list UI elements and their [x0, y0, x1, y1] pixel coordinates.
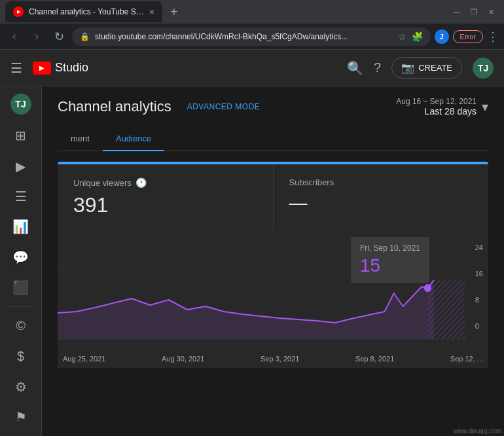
back-button[interactable]: ‹ [5, 27, 24, 46]
x-label-3: Sep 8, 2021 [355, 355, 394, 363]
date-range-main: Last 28 days [396, 106, 477, 117]
tab-title: Channel analytics - YouTube Stu... [29, 7, 144, 16]
youtube-studio: ☰ Studio 🔍 ? 📷 CREATE TJ TJ ⊞ ▶ [0, 50, 504, 436]
subscribers-value: — [289, 192, 473, 213]
sidebar-item-content[interactable]: ▶ [3, 153, 39, 180]
analytics-area: Channel analytics ADVANCED MODE Aug 16 –… [42, 86, 504, 436]
hamburger-icon[interactable]: ☰ [10, 60, 22, 76]
unique-viewers-value: 391 [73, 193, 257, 217]
sidebar-item-comments[interactable]: 💬 [3, 243, 39, 270]
sidebar-avatar: TJ [10, 94, 31, 115]
tooltip-value: 15 [360, 255, 420, 276]
sidebar-item-analytics[interactable]: 📊 [3, 213, 39, 240]
tab-close-button[interactable]: × [149, 7, 154, 17]
lock-icon: 🔒 [80, 32, 90, 41]
x-label-1: Aug 30, 2021 [162, 355, 204, 363]
settings-icon: ⚙ [15, 379, 27, 395]
refresh-button[interactable]: ↻ [50, 27, 68, 46]
playlists-icon: ☰ [15, 189, 27, 204]
tab-audience-label: Audience [116, 134, 151, 143]
url-bar[interactable]: 🔒 studio.youtube.com/channel/UCdkWmRcI-B… [72, 27, 431, 46]
profile-avatar[interactable]: J [435, 29, 449, 44]
studio-header: ☰ Studio 🔍 ? 📷 CREATE TJ [0, 50, 504, 86]
active-tab[interactable]: Channel analytics - YouTube Stu... × [5, 1, 162, 22]
tab-audience[interactable]: Audience [103, 127, 164, 151]
earn-icon: $ [17, 349, 24, 364]
sidebar-item-settings[interactable]: ⚙ [3, 372, 39, 400]
copyright-icon: © [16, 318, 26, 333]
forward-button[interactable]: › [27, 27, 46, 46]
extensions-icon[interactable]: 🧩 [412, 31, 423, 42]
analytics-header: Channel analytics ADVANCED MODE Aug 16 –… [58, 97, 488, 117]
analytics-tabs: ment Audience [58, 127, 488, 151]
sidebar-divider [8, 306, 34, 307]
subscribers-text: Subscribers [289, 177, 334, 187]
sidebar: TJ ⊞ ▶ ☰ 📊 💬 ⬛ © [0, 86, 42, 436]
sidebar-item-earn[interactable]: $ [3, 342, 39, 370]
tooltip-date: Fri, Sep 10, 2021 [360, 244, 420, 253]
unique-viewers-text: Unique viewers [73, 178, 132, 188]
content-icon: ▶ [16, 158, 26, 174]
date-text: Aug 16 – Sep 12, 2021 Last 28 days [396, 97, 477, 117]
close-window-button[interactable]: ✕ [483, 4, 499, 20]
browser-menu-button[interactable]: ⋮ [487, 29, 499, 44]
sidebar-item-feedback[interactable]: ⚑ [3, 403, 39, 431]
create-video-icon: 📷 [401, 62, 414, 74]
search-icon[interactable]: 🔍 [347, 60, 363, 76]
unique-viewers-label: Unique viewers 🕐 [73, 177, 257, 188]
sidebar-item-playlists[interactable]: ☰ [3, 183, 39, 210]
sidebar-item-dashboard[interactable]: ⊞ [3, 122, 39, 149]
bookmark-icon[interactable]: ☆ [398, 31, 406, 42]
address-bar: ‹ › ↻ 🔒 studio.youtube.com/channel/UCdkW… [0, 24, 504, 50]
tab-favicon [13, 7, 24, 17]
help-icon[interactable]: ? [374, 60, 381, 75]
main-content: TJ ⊞ ▶ ☰ 📊 💬 ⬛ © [0, 86, 504, 436]
minimize-button[interactable]: — [449, 4, 465, 20]
x-labels: Aug 25, 2021 Aug 30, 2021 Sep 3, 2021 Se… [58, 352, 488, 368]
advanced-mode-button[interactable]: ADVANCED MODE [187, 102, 261, 111]
y-labels: 24 16 8 0 [475, 241, 483, 333]
chart-tooltip: Fri, Sep 10, 2021 15 [351, 237, 429, 283]
browser-window: Channel analytics - YouTube Stu... × + —… [0, 0, 504, 50]
dropdown-icon: ▾ [482, 99, 488, 115]
chart-container: Fri, Sep 10, 2021 15 24 16 8 0 [58, 230, 488, 368]
tab-bar-right: — ❐ ✕ [449, 4, 499, 20]
tab-engagement-label: ment [71, 134, 90, 143]
y-label-24: 24 [475, 244, 483, 251]
date-range-label: Aug 16 – Sep 12, 2021 [396, 97, 477, 106]
sidebar-item-copyright[interactable]: © [3, 312, 39, 340]
analytics-title: Channel analytics [58, 98, 171, 115]
url-text: studio.youtube.com/channel/UCdkWmRcI-Bkh… [95, 32, 393, 41]
y-label-8: 8 [475, 296, 483, 304]
metric-unique-viewers: Unique viewers 🕐 391 [58, 164, 274, 230]
comments-icon: 💬 [12, 249, 29, 265]
metrics-section: Unique viewers 🕐 391 Subscribers — [58, 162, 488, 368]
youtube-logo: Studio [33, 61, 88, 75]
error-button[interactable]: Error [453, 30, 483, 43]
metrics-cards: Unique viewers 🕐 391 Subscribers — [58, 164, 488, 230]
y-label-0: 0 [475, 322, 483, 330]
window-controls: — ❐ ✕ [449, 4, 499, 20]
y-label-16: 16 [475, 270, 483, 278]
subscribers-label: Subscribers [289, 177, 473, 187]
header-right: 🔍 ? 📷 CREATE TJ [347, 57, 494, 79]
user-avatar[interactable]: TJ [473, 58, 494, 79]
date-range-selector[interactable]: Aug 16 – Sep 12, 2021 Last 28 days ▾ [396, 97, 488, 117]
subtitles-icon: ⬛ [12, 280, 29, 295]
sidebar-item-avatar[interactable]: TJ [3, 92, 39, 119]
info-icon[interactable]: 🕐 [135, 177, 147, 188]
dashboard-icon: ⊞ [15, 128, 26, 143]
new-tab-button[interactable]: + [165, 2, 183, 22]
create-button[interactable]: 📷 CREATE [391, 57, 462, 79]
tab-engagement[interactable]: ment [58, 127, 103, 151]
x-label-0: Aug 25, 2021 [63, 355, 105, 363]
watermark: www.deuaq.com [454, 427, 501, 435]
maximize-button[interactable]: ❐ [466, 4, 482, 20]
sidebar-item-subtitles[interactable]: ⬛ [3, 274, 39, 301]
x-label-2: Sep 3, 2021 [261, 355, 299, 363]
tab-bar: Channel analytics - YouTube Stu... × + —… [0, 0, 504, 24]
svg-point-6 [425, 285, 431, 291]
youtube-logo-icon [33, 62, 51, 75]
analytics-icon: 📊 [12, 219, 29, 234]
metric-subscribers: Subscribers — [274, 164, 489, 230]
